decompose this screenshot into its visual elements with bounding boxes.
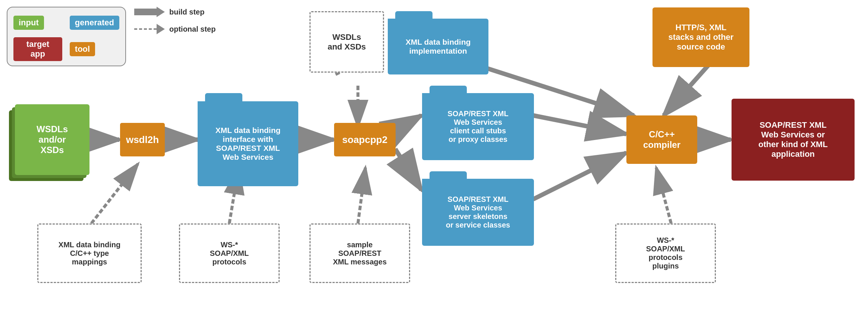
soapcpp2-node: soapcpp2 (334, 123, 396, 156)
ws-protocols-right-node: WS-* SOAP/XML protocols plugins (615, 223, 716, 283)
wsdls-input-node: WSDLs and/or XSDs (15, 104, 89, 175)
xml-type-mappings-node: XML data binding C/C++ type mappings (37, 223, 142, 283)
wsdl2h-node: wsdl2h (120, 123, 165, 156)
legend-input-box: input (13, 16, 44, 30)
xml-binding-impl-node: XML data binding implementation (388, 11, 488, 74)
diagram-container: input generated target app tool build st… (0, 0, 868, 324)
legend-input: input (13, 12, 62, 34)
svg-line-7 (395, 149, 421, 190)
final-output-node: SOAP/REST XML Web Services or other kind… (732, 99, 855, 181)
sample-messages-node: sample SOAP/REST XML messages (309, 223, 410, 283)
svg-line-6 (395, 115, 421, 130)
svg-line-8 (533, 115, 626, 134)
cpp-compiler-node: C/C++ compiler (626, 115, 697, 164)
legend-generated-box: generated (70, 16, 119, 30)
svg-line-11 (533, 153, 626, 199)
solid-arrow-icon (134, 7, 165, 17)
optional-step-label: optional step (169, 25, 216, 34)
optional-step-legend: optional step (134, 24, 216, 34)
legend: input generated target app tool (7, 7, 126, 66)
dashed-arrow-icon (134, 24, 165, 34)
svg-line-17 (358, 168, 365, 223)
svg-line-15 (91, 164, 138, 223)
build-step-label: build step (169, 8, 204, 16)
http-xml-source-node: HTTP/S, XML stacks and other source code (652, 7, 749, 67)
build-step-legend: build step (134, 7, 216, 17)
legend-generated: generated (70, 12, 119, 34)
xml-binding-iface-node: XML data binding interface with SOAP/RES… (198, 93, 298, 186)
svg-line-18 (656, 168, 671, 223)
legend-target-box: target app (13, 37, 62, 61)
soap-rest-client-node: SOAP/REST XML Web Services client call s… (422, 86, 534, 160)
legend-target-app: target app (13, 37, 62, 61)
legend-tool-box: tool (70, 42, 95, 56)
svg-line-10 (664, 65, 708, 115)
legend-tool: tool (70, 37, 119, 61)
wsdls-xsds-top-node: WSDLs and XSDs (309, 11, 384, 73)
ws-protocols-left-node: WS-* SOAP/XML protocols (179, 223, 280, 283)
arrow-legend: build step optional step (134, 7, 216, 34)
soap-rest-server-node: SOAP/REST XML Web Services server skelet… (422, 171, 534, 246)
